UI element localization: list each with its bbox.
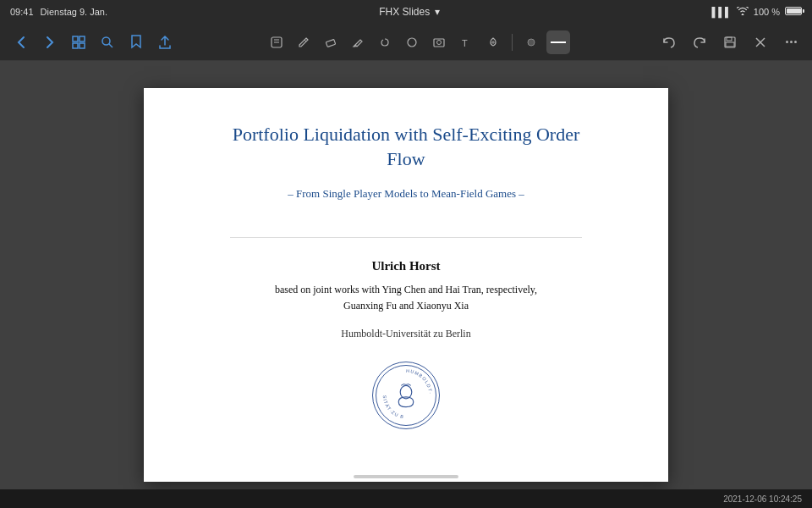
slide-divider bbox=[230, 237, 582, 238]
svg-rect-3 bbox=[80, 43, 85, 48]
university-logo-inner: HUMBOLDT·UNIVER SITÄT·ZU BERLIN· bbox=[376, 365, 436, 426]
toolbar: T bbox=[0, 24, 812, 61]
back-button[interactable] bbox=[8, 30, 34, 55]
photo-tool-button[interactable] bbox=[427, 30, 451, 54]
stroke-style-button[interactable] bbox=[546, 30, 570, 54]
app-title-label[interactable]: FHX Slides bbox=[379, 6, 430, 18]
undo-button[interactable] bbox=[656, 30, 682, 55]
save-button[interactable] bbox=[717, 30, 743, 55]
slide-title: Portfolio Liquidation with Self-Exciting… bbox=[233, 122, 580, 172]
status-date: Dienstag 9. Jan. bbox=[41, 7, 108, 17]
presentation-slide: Portfolio Liquidation with Self-Exciting… bbox=[144, 88, 668, 482]
svg-rect-10 bbox=[326, 39, 335, 47]
status-time: 09:41 bbox=[10, 7, 34, 17]
svg-rect-0 bbox=[73, 36, 78, 41]
svg-rect-2 bbox=[73, 43, 78, 48]
toolbar-divider bbox=[512, 34, 513, 51]
shape-tool-button[interactable] bbox=[400, 30, 424, 54]
grid-view-button[interactable] bbox=[66, 30, 91, 55]
share-button[interactable] bbox=[152, 30, 178, 55]
battery-icon bbox=[785, 7, 802, 17]
slide-coauthors: based on joint works with Ying Chen and … bbox=[275, 282, 537, 314]
svg-line-9 bbox=[304, 40, 306, 41]
forward-button[interactable] bbox=[37, 30, 63, 55]
wifi-icon bbox=[737, 7, 749, 17]
svg-rect-19 bbox=[726, 42, 734, 47]
toolbar-tools: T bbox=[265, 30, 570, 54]
battery-percent: 100 % bbox=[754, 7, 780, 17]
more-options-button[interactable] bbox=[778, 30, 804, 55]
svg-point-4 bbox=[102, 37, 110, 45]
text-tool-button[interactable]: T bbox=[454, 30, 478, 54]
slide-institution: Humboldt-Universität zu Berlin bbox=[341, 328, 470, 340]
color-dot[interactable] bbox=[519, 30, 543, 54]
slide-author: Ulrich Horst bbox=[371, 259, 440, 273]
status-left: 09:41 Dienstag 9. Jan. bbox=[10, 7, 107, 17]
close-button[interactable] bbox=[748, 30, 773, 55]
university-logo: HUMBOLDT·UNIVER SITÄT·ZU BERLIN· bbox=[372, 362, 440, 429]
status-center[interactable]: FHX Slides ▾ bbox=[379, 6, 440, 18]
annotation-tool-button[interactable] bbox=[265, 30, 288, 54]
redo-button[interactable] bbox=[687, 30, 712, 55]
eraser-tool-button[interactable] bbox=[319, 30, 343, 54]
signal-icon: ▌▌▌ bbox=[711, 7, 731, 17]
slide-scrollbar[interactable] bbox=[354, 475, 458, 478]
svg-point-15 bbox=[528, 39, 535, 46]
color-tool-button[interactable] bbox=[481, 30, 505, 54]
dropdown-arrow-icon[interactable]: ▾ bbox=[435, 6, 440, 18]
slide-subtitle: – From Single Player Models to Mean-Fiel… bbox=[288, 187, 524, 201]
status-right: ▌▌▌ 100 % bbox=[711, 7, 802, 17]
svg-point-13 bbox=[436, 40, 441, 44]
svg-line-5 bbox=[109, 44, 112, 47]
timestamp: 2021-12-06 10:24:25 bbox=[723, 494, 802, 504]
highlighter-tool-button[interactable] bbox=[346, 30, 370, 54]
svg-point-11 bbox=[408, 38, 416, 47]
bottom-bar: 2021-12-06 10:24:25 bbox=[0, 489, 812, 508]
toolbar-center: T bbox=[184, 30, 650, 54]
pen-tool-button[interactable] bbox=[292, 30, 315, 54]
search-button[interactable] bbox=[95, 30, 120, 55]
lasso-tool-button[interactable] bbox=[373, 30, 397, 54]
bookmark-button[interactable] bbox=[123, 30, 149, 55]
status-bar: 09:41 Dienstag 9. Jan. FHX Slides ▾ ▌▌▌ … bbox=[0, 0, 812, 24]
svg-text:T: T bbox=[462, 38, 468, 48]
toolbar-right bbox=[656, 30, 804, 55]
svg-text:HUMBOLDT·UNIVER: HUMBOLDT·UNIVER bbox=[376, 366, 433, 395]
svg-rect-1 bbox=[80, 36, 85, 41]
main-content: Portfolio Liquidation with Self-Exciting… bbox=[0, 61, 812, 508]
